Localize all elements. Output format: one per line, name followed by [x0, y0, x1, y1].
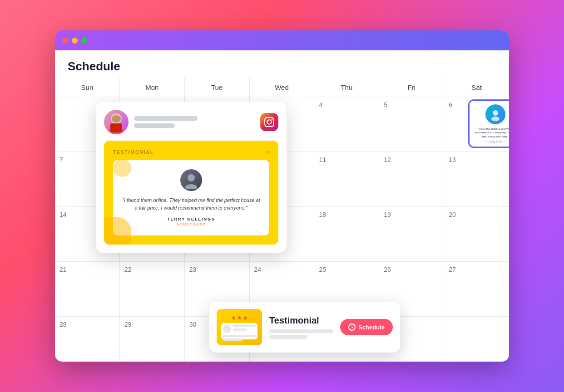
calendar: Sun Mon Tue Wed Thu Fri Sat 1 2 3 4 5: [55, 78, 509, 362]
maximize-dot[interactable]: [81, 38, 87, 44]
schedule-btn-label: Schedule: [358, 324, 385, 331]
popup-line-2: [269, 335, 307, 339]
popup-title: Testimonial: [269, 315, 333, 326]
testimonial-quote-text: "I found them online. They helped me fin…: [122, 196, 260, 211]
testimonial-person-avatar: [180, 169, 202, 191]
titlebar: [55, 30, 509, 50]
user-handle-line: [134, 123, 175, 128]
calendar-header: Sun Mon Tue Wed Thu Fri Sat: [55, 78, 509, 97]
popup-line-1: [269, 329, 333, 333]
bottom-popup-card: ★ ★ ★: [209, 302, 400, 353]
cell-empty-4: [444, 317, 509, 362]
instagram-icon: [260, 113, 278, 131]
cell-13[interactable]: 13: [444, 152, 509, 206]
day-sun: Sun: [55, 78, 120, 97]
app-window: Schedule Sun Mon Tue Wed Thu Fri Sat 1 2: [55, 30, 509, 362]
star-2: ★: [237, 315, 242, 321]
cell-22[interactable]: 22: [120, 262, 185, 316]
popup-thumb-content: [221, 323, 257, 339]
svg-point-7: [185, 184, 197, 189]
star-3: ★: [243, 315, 248, 321]
day-wed: Wed: [250, 78, 315, 97]
page-title: Schedule: [68, 59, 496, 74]
clock-icon: [348, 323, 356, 331]
cell-20[interactable]: 20: [444, 207, 509, 261]
quote-mark-icon: ": [266, 148, 271, 162]
svg-line-9: [352, 327, 353, 328]
sat-avatar: [485, 104, 505, 124]
sat-author: — JANE DOE —: [473, 140, 509, 143]
popup-info: Testimonial: [269, 315, 333, 339]
cell-27[interactable]: 27: [444, 262, 509, 316]
testimonial-image-card: TESTIMONIAL " "I fou: [104, 141, 278, 245]
star-1: ★: [231, 315, 236, 321]
app-content: Schedule Sun Mon Tue Wed Thu Fri Sat 1 2: [55, 50, 509, 362]
post-preview-card: TESTIMONIAL " "I fou: [96, 102, 287, 253]
sat-quote: " I love this product and would recommen…: [473, 127, 509, 138]
day-fri: Fri: [379, 78, 444, 97]
user-info: [134, 116, 198, 128]
cell-18[interactable]: 18: [314, 207, 379, 261]
cell-19[interactable]: 19: [379, 207, 444, 261]
svg-point-0: [493, 110, 498, 116]
app-header: Schedule: [55, 50, 509, 78]
calendar-body: 1 2 3 4 5 6: [55, 97, 509, 362]
svg-rect-4: [110, 123, 122, 132]
cell-12[interactable]: 12: [379, 152, 444, 206]
testimonial-author-role: HOMEOWNER: [122, 222, 260, 226]
cell-28[interactable]: 28: [55, 317, 120, 362]
cell-5[interactable]: 5: [379, 97, 444, 152]
testimonial-author-name: TERRY KELLINGS: [122, 217, 260, 221]
day-sat: Sat: [444, 78, 509, 97]
popup-thumbnail: ★ ★ ★: [217, 309, 262, 345]
testimonial-inner-card: "I found them online. They helped me fin…: [113, 160, 269, 235]
cell-4[interactable]: 4: [314, 97, 379, 152]
close-dot[interactable]: [62, 38, 68, 44]
user-name-line: [134, 116, 198, 121]
post-user: [104, 110, 198, 134]
svg-point-5: [112, 115, 121, 122]
cell-29[interactable]: 29: [120, 317, 185, 362]
testimonial-label: TESTIMONIAL: [113, 150, 269, 155]
sat-preview-card: " I love this product and would recommen…: [468, 99, 509, 148]
svg-point-1: [491, 117, 500, 121]
minimize-dot[interactable]: [72, 38, 78, 44]
schedule-button[interactable]: Schedule: [340, 319, 393, 335]
cell-11[interactable]: 11: [314, 152, 379, 206]
cell-6[interactable]: 6 " I love this product and would recomm…: [444, 97, 509, 152]
post-header: [104, 110, 278, 134]
popup-details: [269, 329, 333, 339]
star-rating: ★ ★ ★: [231, 315, 248, 321]
cell-21[interactable]: 21: [55, 262, 120, 316]
day-thu: Thu: [314, 78, 379, 97]
day-tue: Tue: [185, 78, 250, 97]
user-avatar: [104, 110, 129, 134]
svg-point-6: [188, 174, 195, 181]
day-mon: Mon: [120, 78, 185, 97]
